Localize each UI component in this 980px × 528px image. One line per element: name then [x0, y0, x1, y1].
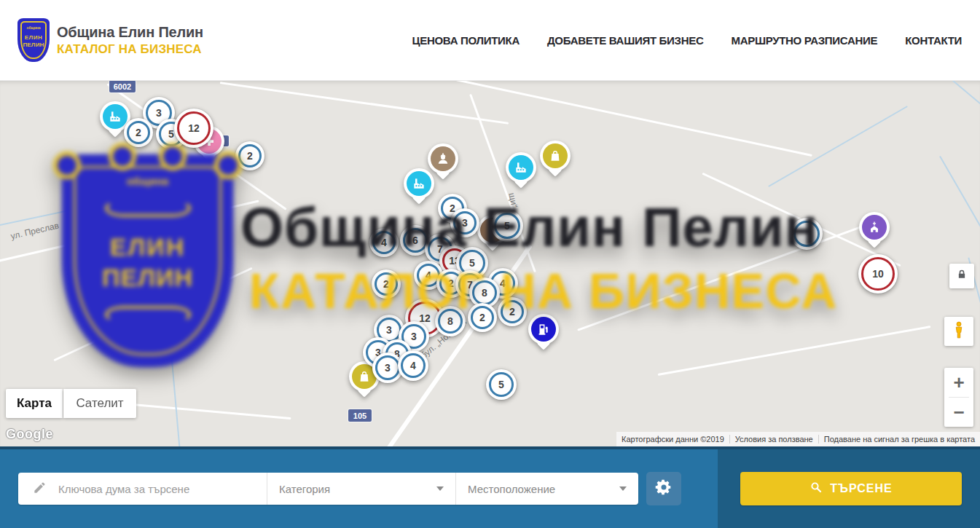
main-nav: ЦЕНОВА ПОЛИТИКАДОБАВЕТЕ ВАШИЯТ БИЗНЕСМАР…	[412, 0, 962, 80]
map-cluster[interactable]: 5	[491, 210, 523, 242]
search-fieldbar: Категория Местоположение	[18, 473, 638, 505]
cluster-count: 4	[401, 353, 426, 378]
emblem-name-line2: ПЕЛИН	[17, 42, 50, 48]
map-cluster[interactable]: 2	[372, 269, 401, 299]
cluster-count: 2	[238, 144, 262, 168]
chevron-down-icon	[619, 486, 627, 491]
church-icon	[862, 215, 887, 240]
map-cluster[interactable]: 2	[498, 297, 527, 326]
search-button[interactable]: ТЪРСЕНЕ	[740, 472, 962, 505]
brand-text: Община Елин Пелин КАТАЛОГ НА БИЗНЕСА	[57, 24, 203, 57]
map-cluster[interactable]: 4	[369, 228, 399, 257]
cluster-count: 2	[375, 272, 398, 296]
map-cluster[interactable]: 2	[468, 303, 497, 332]
map-pin-bag[interactable]	[540, 141, 571, 171]
municipality-emblem: община ЕЛИН ПЕЛИН	[17, 18, 50, 62]
cluster-count: 2	[127, 121, 150, 144]
factory-icon	[509, 155, 533, 180]
gear-icon	[655, 478, 673, 499]
chevron-down-icon	[436, 486, 444, 491]
zoom-control: + −	[944, 368, 973, 427]
factory-icon	[103, 104, 128, 129]
attribution-report-link[interactable]: Подаване на сигнал за грешка в картата	[818, 435, 980, 444]
nav-item[interactable]: КОНТАКТИ	[905, 34, 962, 47]
cluster-count: 3	[453, 211, 477, 235]
map-pin-factory[interactable]	[404, 168, 434, 199]
header: община ЕЛИН ПЕЛИН Община Елин Пелин КАТА…	[0, 0, 980, 81]
pegman-button[interactable]	[944, 317, 973, 346]
map-cluster[interactable]	[791, 218, 823, 250]
category-select[interactable]: Категория	[267, 473, 455, 505]
brand-subtitle: КАТАЛОГ НА БИЗНЕСА	[57, 42, 203, 57]
map-cluster[interactable]: 2	[235, 141, 264, 170]
cluster-count: 8	[472, 280, 497, 305]
cluster-count: 12	[177, 111, 211, 145]
pencil-icon	[33, 481, 47, 497]
cluster-count	[793, 221, 820, 247]
bag-icon	[543, 143, 568, 168]
brand-logo[interactable]: община ЕЛИН ПЕЛИН Община Елин Пелин КАТА…	[17, 18, 203, 62]
map-canvas[interactable]: 6002105ул. Преславбул. „Новоселщи“325122…	[0, 80, 980, 446]
pegman-icon	[952, 320, 966, 343]
zoom-out-button[interactable]: −	[944, 398, 973, 427]
lock-icon	[956, 269, 968, 283]
attribution-terms-link[interactable]: Условия за ползване	[729, 435, 818, 444]
attribution-data: Картографски данни ©2019	[616, 435, 729, 444]
brand-title: Община Елин Пелин	[57, 24, 203, 41]
map-cluster[interactable]: 5	[486, 369, 517, 400]
google-logo[interactable]: Google	[6, 427, 53, 442]
zoom-in-button[interactable]: +	[944, 368, 973, 397]
fuel-icon	[531, 317, 556, 342]
location-select[interactable]: Местоположение	[455, 473, 638, 505]
cluster-count: 2	[501, 300, 524, 323]
map-pin-factory[interactable]	[506, 152, 536, 183]
nav-item[interactable]: МАРШРУТНО РАЗПИСАНИЕ	[731, 34, 877, 47]
map-type-map-button[interactable]: Карта	[6, 389, 63, 418]
map-type-satellite-button[interactable]: Сателит	[63, 389, 136, 418]
map-cluster[interactable]: 8	[435, 306, 466, 336]
cluster-count: 6	[403, 228, 428, 253]
cluster-count: 10	[861, 257, 895, 291]
nav-item[interactable]: ДОБАВЕТЕ ВАШИЯТ БИЗНЕС	[547, 34, 703, 47]
search-panel: Категория Местоположение ТЪРСЕНЕ	[0, 446, 980, 528]
cluster-count: 5	[494, 213, 520, 239]
cluster-count: 8	[438, 309, 463, 334]
keyword-field[interactable]	[18, 473, 267, 505]
map-cluster[interactable]: 10	[858, 254, 898, 293]
map-cluster[interactable]: 12	[174, 109, 213, 148]
map-type-control: Карта Сателит	[6, 389, 136, 418]
worker-icon	[431, 146, 455, 171]
map-attribution: Картографски данни ©2019 Условия за полз…	[616, 432, 980, 446]
emblem-name-line1: ЕЛИН	[17, 34, 50, 41]
map-pin-worker[interactable]	[428, 143, 458, 174]
map-cluster[interactable]: 2	[124, 118, 153, 147]
category-select-label: Категория	[279, 483, 330, 495]
map-pin-church[interactable]	[859, 212, 890, 243]
search-button-label: ТЪРСЕНЕ	[830, 482, 892, 495]
search-icon	[810, 481, 823, 497]
cluster-count: 5	[489, 372, 514, 397]
advanced-settings-button[interactable]	[646, 472, 681, 505]
map-pin-fuel[interactable]	[528, 314, 559, 344]
location-select-label: Местоположение	[468, 483, 555, 495]
lock-button[interactable]	[949, 264, 974, 288]
cluster-count: 2	[471, 306, 494, 329]
map-cluster[interactable]: 3	[450, 208, 479, 237]
cluster-count: 4	[372, 231, 396, 254]
markers-layer: 32512223546713524274821282333834510	[0, 80, 980, 446]
factory-icon	[407, 171, 431, 196]
cluster-count: 3	[375, 355, 400, 380]
keyword-search-input[interactable]	[57, 482, 256, 496]
map-cluster[interactable]: 4	[398, 350, 428, 381]
nav-item[interactable]: ЦЕНОВА ПОЛИТИКА	[412, 34, 520, 47]
emblem-top-text: община	[17, 25, 50, 30]
